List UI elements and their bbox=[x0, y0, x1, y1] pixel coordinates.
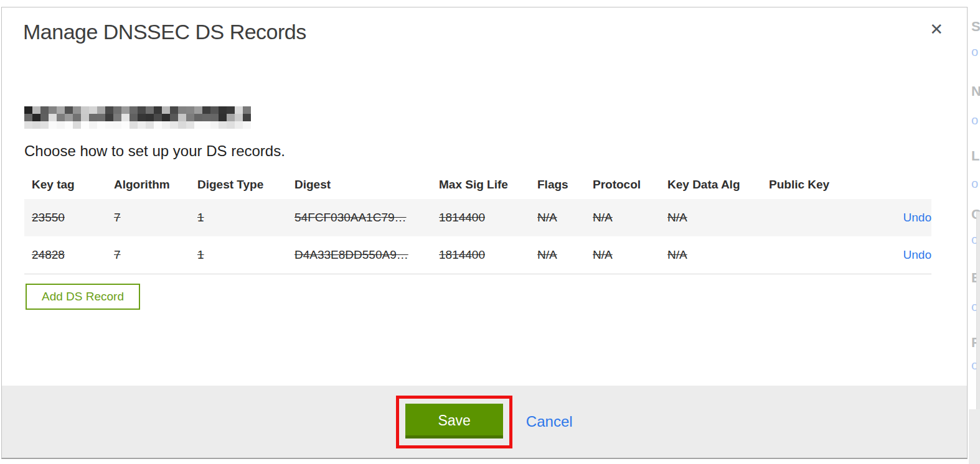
undo-link[interactable]: Undo bbox=[903, 211, 931, 224]
table-row: 24828 7 1 D4A33E8DD550A9… 1814400 N/A N/… bbox=[24, 236, 931, 274]
bg-link-fragment: o bbox=[971, 113, 978, 128]
cell-digest: D4A33E8DD550A9… bbox=[287, 236, 431, 274]
add-ds-record-button[interactable]: Add DS Record bbox=[26, 284, 140, 310]
modal-title: Manage DNSSEC DS Records bbox=[23, 20, 967, 44]
save-button[interactable]: Save bbox=[405, 404, 502, 438]
background-page-sliver: S o N o L o C o E o P o bbox=[969, 0, 980, 464]
cell-digest-type: 1 bbox=[190, 199, 287, 236]
bg-text-fragment: N bbox=[971, 83, 980, 100]
cell-public-key bbox=[761, 236, 890, 274]
bg-text-fragment: S bbox=[971, 19, 980, 35]
header-key-tag: Key tag bbox=[24, 170, 106, 199]
cell-key-tag: 24828 bbox=[24, 236, 106, 274]
cell-flags: N/A bbox=[530, 199, 585, 236]
redacted-domain-name bbox=[24, 106, 251, 129]
cell-flags: N/A bbox=[530, 236, 585, 274]
header-max-sig-life: Max Sig Life bbox=[431, 170, 530, 199]
bg-text-fragment: L bbox=[971, 148, 979, 164]
intro-text: Choose how to set up your DS records. bbox=[24, 142, 967, 160]
cell-public-key bbox=[761, 199, 890, 236]
header-algorithm: Algorithm bbox=[106, 170, 190, 199]
bg-footer-strip bbox=[969, 409, 980, 464]
cell-key-data-alg: N/A bbox=[660, 236, 761, 274]
save-highlight-box: Save bbox=[396, 396, 512, 448]
header-protocol: Protocol bbox=[585, 170, 660, 199]
cell-key-data-alg: N/A bbox=[660, 199, 761, 236]
header-digest-type: Digest Type bbox=[190, 170, 287, 199]
undo-link[interactable]: Undo bbox=[903, 248, 931, 261]
cancel-link[interactable]: Cancel bbox=[526, 413, 573, 430]
bg-link-fragment: o bbox=[971, 45, 978, 59]
cell-algorithm: 7 bbox=[106, 236, 190, 274]
cell-max-sig-life: 1814400 bbox=[431, 236, 530, 274]
table-row: 23550 7 1 54FCF030AA1C79… 1814400 N/A N/… bbox=[24, 199, 931, 236]
cell-digest-type: 1 bbox=[190, 236, 287, 274]
modal-footer: Save Cancel bbox=[2, 386, 967, 458]
cell-max-sig-life: 1814400 bbox=[431, 199, 530, 236]
manage-dnssec-modal: ✕ Manage DNSSEC DS Records Choose how to… bbox=[1, 7, 968, 459]
cell-protocol: N/A bbox=[585, 236, 660, 274]
cell-protocol: N/A bbox=[585, 199, 660, 236]
close-icon[interactable]: ✕ bbox=[930, 21, 943, 37]
header-flags: Flags bbox=[530, 170, 585, 199]
table-header-row: Key tag Algorithm Digest Type Digest Max… bbox=[24, 170, 931, 199]
header-digest: Digest bbox=[287, 170, 431, 199]
cell-key-tag: 23550 bbox=[24, 199, 106, 236]
header-key-data-alg: Key Data Alg bbox=[660, 170, 761, 199]
header-action bbox=[890, 170, 931, 199]
bg-link-fragment: o bbox=[971, 177, 978, 191]
cell-algorithm: 7 bbox=[106, 199, 190, 236]
ds-records-table: Key tag Algorithm Digest Type Digest Max… bbox=[24, 170, 931, 274]
header-public-key: Public Key bbox=[761, 170, 890, 199]
cell-digest: 54FCF030AA1C79… bbox=[287, 199, 431, 236]
